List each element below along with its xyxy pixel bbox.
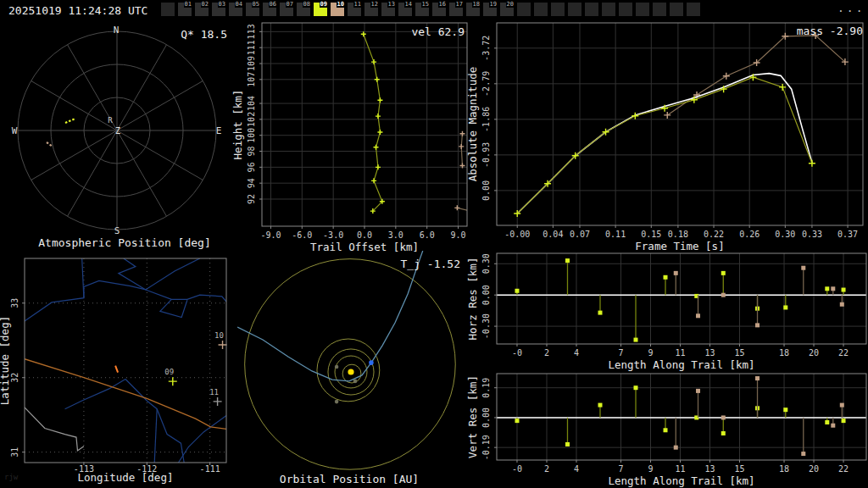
svg-text:100: 100 xyxy=(247,128,256,143)
svg-text:13: 13 xyxy=(704,348,715,358)
svg-text:92: 92 xyxy=(247,194,256,204)
venus-dot xyxy=(335,365,339,369)
svg-text:15: 15 xyxy=(735,348,745,358)
svg-text:-3.72: -3.72 xyxy=(481,36,491,61)
chart-trail: -9.0-6.0-3.00.03.06.09.09294969810010210… xyxy=(231,23,473,253)
svg-text:Length Along Trail [km]: Length Along Trail [km] xyxy=(608,474,754,487)
svg-text:Z: Z xyxy=(115,126,120,136)
svg-text:-0: -0 xyxy=(512,464,522,474)
svg-text:0.00: 0.00 xyxy=(481,285,491,305)
svg-text:9: 9 xyxy=(648,348,653,358)
svg-text:0.37: 0.37 xyxy=(837,230,858,239)
svg-text:R: R xyxy=(108,116,113,125)
chart-map: 100911-113-112-111313233Longitude [deg]L… xyxy=(0,258,227,484)
svg-text:31: 31 xyxy=(10,447,19,458)
svg-text:0.22: 0.22 xyxy=(704,230,724,239)
svg-text:7: 7 xyxy=(618,464,623,474)
svg-text:-6.0: -6.0 xyxy=(292,230,312,240)
sun-dot xyxy=(348,369,353,374)
earth-dot xyxy=(369,360,374,365)
svg-text:3.0: 3.0 xyxy=(388,230,403,240)
svg-text:0.30: 0.30 xyxy=(481,253,491,274)
svg-text:-9.0: -9.0 xyxy=(260,230,281,240)
svg-text:107: 107 xyxy=(247,72,256,87)
chart-horz_res: -024791113151820220.300.00-0.30Length Al… xyxy=(466,253,866,371)
svg-text:0.04: 0.04 xyxy=(542,230,563,239)
watermark: rjw xyxy=(4,473,18,481)
svg-text:0.30: 0.30 xyxy=(775,230,795,239)
svg-text:0.33: 0.33 xyxy=(802,230,822,239)
station-marker-09: 09 xyxy=(164,368,176,385)
svg-text:Height [km]: Height [km] xyxy=(231,90,244,160)
svg-text:09: 09 xyxy=(164,368,174,376)
chart-vert_res: -024791113151820220.190.00-0.19Length Al… xyxy=(466,374,866,487)
svg-text:-0.93: -0.93 xyxy=(481,142,491,168)
station-marker-10: 10 xyxy=(214,331,226,349)
svg-text:11: 11 xyxy=(675,348,685,358)
chart-magnitude: -0.000.040.070.110.150.180.220.260.300.3… xyxy=(466,23,863,252)
q-value-annotation: Q* 18.5 xyxy=(117,28,227,41)
chart-orbital xyxy=(237,251,455,469)
svg-text:0.15: 0.15 xyxy=(641,230,661,239)
svg-text:104: 104 xyxy=(247,96,256,111)
svg-text:-0.19: -0.19 xyxy=(481,435,491,460)
svg-text:0.00: 0.00 xyxy=(481,408,491,428)
svg-text:Latitude [deg]: Latitude [deg] xyxy=(0,316,11,405)
svg-text:113: 113 xyxy=(247,24,256,39)
svg-text:0.11: 0.11 xyxy=(605,230,626,239)
svg-text:-0.30: -0.30 xyxy=(481,313,491,339)
panel-atmospheric: NSWEZR xyxy=(12,25,222,236)
svg-text:9.0: 9.0 xyxy=(451,230,466,240)
svg-text:0.26: 0.26 xyxy=(739,230,760,239)
svg-text:0.0: 0.0 xyxy=(357,230,372,240)
svg-text:-3.0: -3.0 xyxy=(323,230,343,240)
svg-text:4: 4 xyxy=(574,464,579,474)
svg-text:Vert Res [km]: Vert Res [km] xyxy=(466,375,479,458)
svg-text:S: S xyxy=(114,225,120,236)
meteor-analysis-dashboard: 20251019 11:24:28 UTC 010203040506070809… xyxy=(0,0,868,488)
svg-text:22: 22 xyxy=(838,348,849,358)
svg-text:Length Along Trail [km]: Length Along Trail [km] xyxy=(608,358,754,371)
mass-annotation: mass -2.90 xyxy=(753,25,863,37)
svg-text:11: 11 xyxy=(675,464,685,474)
svg-text:-0.00: -0.00 xyxy=(504,230,530,239)
svg-text:7: 7 xyxy=(618,348,623,358)
svg-text:2: 2 xyxy=(544,464,549,474)
svg-text:4: 4 xyxy=(574,348,579,358)
svg-text:6.0: 6.0 xyxy=(420,230,435,240)
svg-text:-111: -111 xyxy=(200,464,220,474)
svg-text:Frame Time [s]: Frame Time [s] xyxy=(635,240,724,252)
svg-text:E: E xyxy=(216,125,222,136)
mercury-dot xyxy=(353,380,358,384)
svg-text:Absolute Magnitude: Absolute Magnitude xyxy=(466,67,479,181)
svg-text:96: 96 xyxy=(247,162,256,172)
svg-text:33: 33 xyxy=(10,298,19,308)
svg-text:20: 20 xyxy=(809,348,819,358)
svg-text:-2.79: -2.79 xyxy=(481,71,491,97)
svg-text:20: 20 xyxy=(809,464,819,474)
svg-text:10: 10 xyxy=(214,331,224,340)
svg-text:-0: -0 xyxy=(512,348,522,358)
svg-text:109: 109 xyxy=(247,56,256,71)
svg-text:102: 102 xyxy=(247,112,256,127)
svg-text:32: 32 xyxy=(10,373,19,383)
svg-text:22: 22 xyxy=(838,464,849,474)
svg-text:111: 111 xyxy=(247,40,256,55)
station-marker-11: 11 xyxy=(209,388,221,406)
svg-text:0.00: 0.00 xyxy=(481,180,491,201)
svg-text:11: 11 xyxy=(209,388,219,396)
svg-text:15: 15 xyxy=(735,464,745,474)
svg-text:Horz Res [km]: Horz Res [km] xyxy=(466,258,479,341)
velocity-annotation: vel 62.9 xyxy=(354,25,465,38)
svg-text:98: 98 xyxy=(247,147,256,157)
svg-text:94: 94 xyxy=(247,178,256,188)
svg-text:18: 18 xyxy=(779,348,789,358)
svg-text:0.07: 0.07 xyxy=(570,230,590,239)
svg-text:0.19: 0.19 xyxy=(481,378,491,398)
tisserand-annotation: T_j -1.52 xyxy=(350,258,460,270)
svg-text:Longitude [deg]: Longitude [deg] xyxy=(78,471,174,484)
svg-text:W: W xyxy=(12,125,18,136)
svg-text:Trail Offset [km]: Trail Offset [km] xyxy=(310,241,419,253)
svg-text:0.18: 0.18 xyxy=(668,230,688,239)
mars-dot xyxy=(335,400,339,404)
